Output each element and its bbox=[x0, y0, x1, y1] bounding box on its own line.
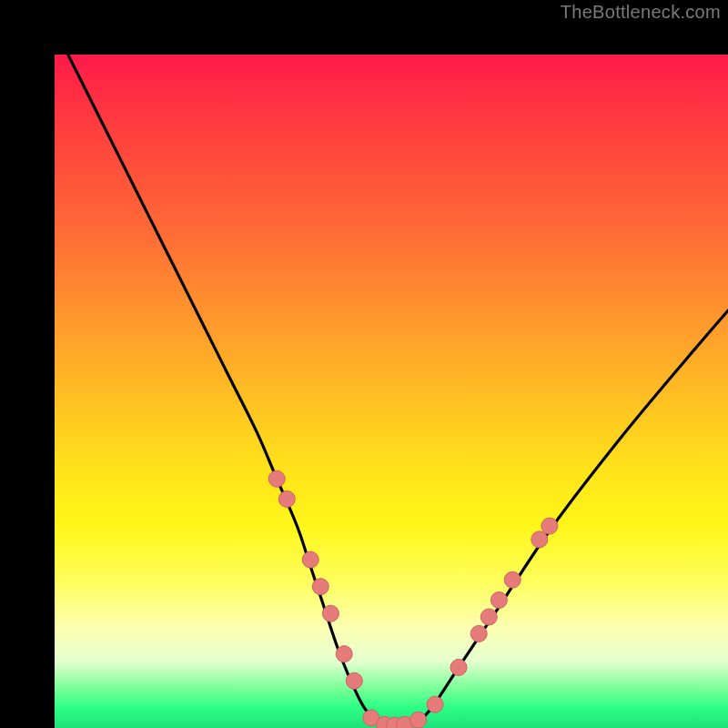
curve-marker bbox=[427, 696, 443, 713]
curve-marker bbox=[490, 592, 507, 608]
curve-marker bbox=[312, 579, 329, 595]
curve-marker bbox=[470, 625, 487, 642]
curve-marker bbox=[346, 672, 362, 689]
curve-marker bbox=[278, 490, 295, 507]
curve-marker bbox=[322, 605, 339, 622]
curve-marker bbox=[541, 518, 558, 534]
curve-marker bbox=[531, 531, 548, 548]
curve-marker bbox=[450, 659, 467, 675]
bottleneck-chart-svg bbox=[55, 55, 728, 728]
curve-marker bbox=[336, 646, 352, 662]
curve-marker bbox=[268, 470, 285, 487]
curve-marker bbox=[480, 609, 497, 625]
curve-marker bbox=[302, 551, 318, 568]
bottleneck-curve bbox=[68, 55, 728, 728]
curve-markers bbox=[268, 470, 558, 728]
curve-marker bbox=[504, 571, 521, 588]
watermark-text: TheBottleneck.com bbox=[561, 2, 721, 23]
chart-frame bbox=[0, 0, 728, 728]
curve-marker bbox=[410, 712, 427, 728]
plot-area bbox=[55, 55, 728, 728]
